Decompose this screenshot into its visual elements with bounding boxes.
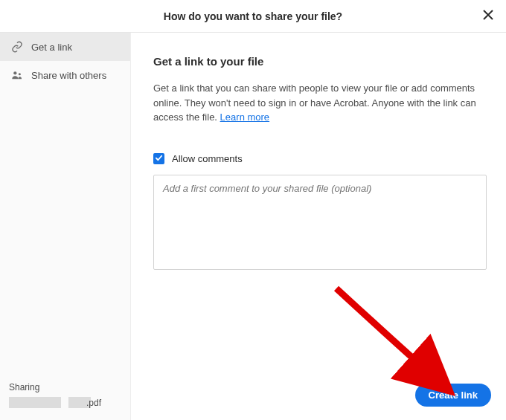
svg-point-1 <box>19 73 21 75</box>
create-link-button[interactable]: Create link <box>415 384 491 407</box>
sharing-filename: .pdf <box>9 397 121 408</box>
panel-title: Get a link to your file <box>153 55 487 68</box>
comment-input[interactable] <box>153 175 487 270</box>
allow-comments-label: Allow comments <box>172 153 243 164</box>
file-extension: .pdf <box>86 398 101 408</box>
sidebar-footer: Sharing .pdf <box>0 375 130 420</box>
learn-more-link[interactable]: Learn more <box>220 112 269 123</box>
sidebar: Get a link Share with others Sharing <box>0 33 131 420</box>
redacted-text <box>9 397 61 408</box>
svg-point-0 <box>13 71 16 74</box>
sidebar-item-get-link[interactable]: Get a link <box>0 33 130 61</box>
sidebar-item-label: Share with others <box>31 70 106 81</box>
dialog-header: How do you want to share your file? <box>0 0 506 33</box>
checkmark-icon <box>155 152 163 165</box>
sharing-label: Sharing <box>9 382 121 392</box>
close-icon <box>483 10 493 23</box>
main-panel: Get a link to your file Get a link that … <box>131 33 506 420</box>
allow-comments-checkbox[interactable] <box>153 153 164 164</box>
close-button[interactable] <box>481 9 496 24</box>
people-icon <box>10 68 24 82</box>
panel-description: Get a link that you can share with peopl… <box>153 81 481 125</box>
link-icon <box>10 40 24 54</box>
dialog-title: How do you want to share your file? <box>164 10 342 22</box>
sidebar-item-label: Get a link <box>31 42 72 53</box>
sidebar-item-share-others[interactable]: Share with others <box>0 61 130 89</box>
